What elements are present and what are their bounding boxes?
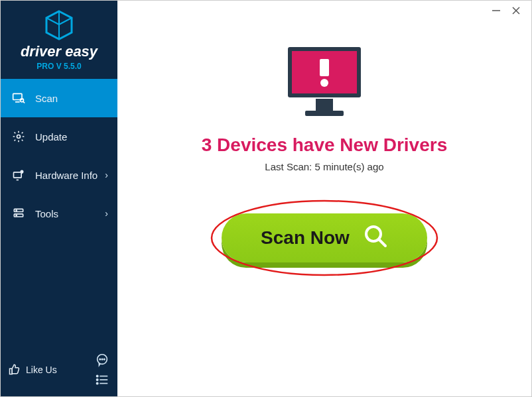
tools-icon: [11, 206, 26, 221]
main-panel: 3 Devices have New Drivers Last Scan: 5 …: [117, 1, 531, 396]
svg-point-18: [100, 359, 100, 359]
thumbs-up-icon: [9, 363, 21, 377]
sidebar-item-label: Hardware Info: [35, 170, 98, 181]
svg-line-34: [379, 239, 385, 246]
brand-name: driver easy: [1, 43, 117, 60]
svg-rect-31: [316, 99, 333, 111]
like-us-label: Like Us: [26, 365, 57, 375]
monitor-search-icon: [11, 91, 26, 105]
chevron-right-icon: ›: [105, 208, 108, 219]
monitor-alert-icon: [281, 43, 367, 123]
svg-point-30: [320, 79, 328, 87]
hardware-icon: i: [11, 168, 26, 182]
sidebar: driver easy PRO V 5.5.0 Scan: [1, 1, 117, 396]
svg-rect-29: [320, 59, 329, 76]
svg-point-6: [21, 99, 24, 102]
sidebar-item-hardware-info[interactable]: i Hardware Info ›: [1, 156, 117, 194]
feedback-icon[interactable]: [95, 353, 109, 367]
minimize-button[interactable]: [490, 5, 502, 17]
last-scan-text: Last Scan: 5 minute(s) ago: [265, 161, 383, 172]
svg-text:i: i: [21, 170, 22, 174]
menu-lines-icon[interactable]: [95, 372, 109, 387]
sidebar-item-update[interactable]: Update: [1, 117, 117, 156]
sidebar-item-label: Tools: [35, 208, 58, 219]
app-logo-icon: [44, 10, 74, 40]
svg-line-7: [23, 101, 25, 103]
close-button[interactable]: [510, 5, 522, 17]
like-us-button[interactable]: Like Us: [9, 363, 57, 377]
svg-point-21: [96, 375, 98, 376]
svg-point-16: [16, 215, 17, 215]
svg-point-25: [96, 382, 98, 384]
svg-point-19: [101, 359, 102, 359]
sidebar-item-tools[interactable]: Tools ›: [1, 194, 117, 233]
svg-point-8: [17, 135, 21, 139]
gear-icon: [11, 129, 26, 144]
brand-version: PRO V 5.5.0: [1, 62, 117, 71]
scan-now-label: Scan Now: [261, 227, 350, 249]
svg-point-23: [96, 379, 98, 380]
svg-rect-32: [305, 111, 344, 116]
scan-now-button[interactable]: Scan Now: [222, 213, 427, 262]
brand-block: driver easy PRO V 5.5.0: [1, 1, 117, 74]
sidebar-item-label: Update: [35, 131, 67, 142]
sidebar-item-scan[interactable]: Scan: [1, 79, 117, 117]
svg-point-15: [16, 210, 17, 211]
chevron-right-icon: ›: [105, 170, 108, 180]
headline-text: 3 Devices have New Drivers: [202, 135, 447, 156]
search-icon: [363, 223, 388, 253]
sidebar-item-label: Scan: [35, 93, 58, 104]
svg-rect-9: [14, 172, 22, 178]
svg-point-20: [103, 359, 104, 359]
